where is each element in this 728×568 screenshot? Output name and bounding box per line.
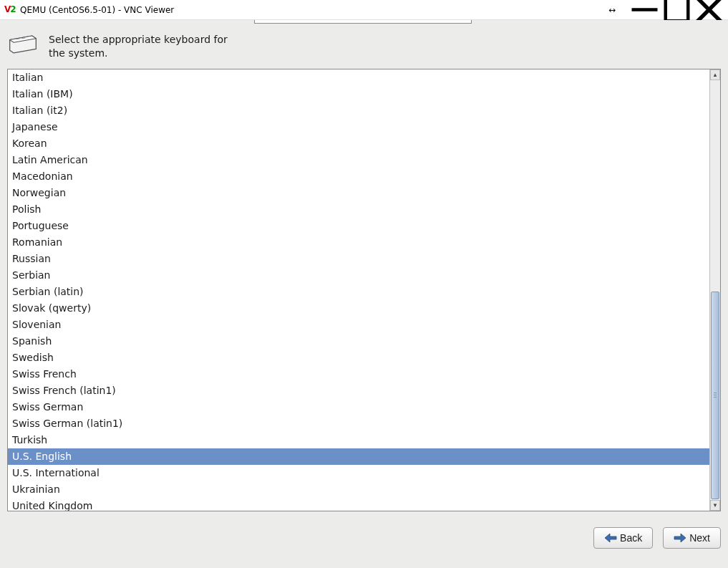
window-title: QEMU (CentOS6.5-01) - VNC Viewer — [20, 5, 174, 15]
scrollbar-thumb[interactable] — [711, 292, 719, 499]
list-item[interactable]: Serbian — [8, 267, 709, 284]
list-item[interactable]: Italian (IBM) — [8, 86, 709, 102]
keyboard-listbox[interactable]: ItalianItalian (IBM)Italian (it2)Japanes… — [7, 69, 721, 511]
list-item[interactable]: Korean — [8, 135, 709, 152]
list-item[interactable]: Portuguese — [8, 218, 709, 234]
resize-icon: ↔ — [608, 5, 616, 15]
svg-rect-1 — [666, 0, 689, 21]
list-item[interactable]: Swiss German — [8, 399, 709, 415]
list-item[interactable]: Spanish — [8, 333, 709, 350]
keyboard-prompt: Select the appropriate keyboard for the … — [49, 33, 228, 60]
next-button[interactable]: Next — [663, 527, 721, 549]
list-item[interactable]: Swedish — [8, 350, 709, 366]
arrow-right-icon — [674, 533, 686, 543]
list-item[interactable]: Ukrainian — [8, 481, 709, 498]
minimize-button[interactable] — [628, 0, 661, 20]
list-item[interactable]: Swiss German (latin1) — [8, 415, 709, 432]
list-item[interactable]: Italian — [8, 69, 709, 86]
maximize-button[interactable] — [661, 0, 693, 20]
list-item[interactable]: Japanese — [8, 119, 709, 135]
installer-content: Select the appropriate keyboard for the … — [0, 20, 728, 568]
window-titlebar: V2 QEMU (CentOS6.5-01) - VNC Viewer ↔ — [0, 0, 728, 20]
keyboard-header: Select the appropriate keyboard for the … — [0, 20, 728, 69]
next-label: Next — [689, 532, 710, 544]
back-button[interactable]: Back — [593, 527, 653, 549]
list-item[interactable]: Italian (it2) — [8, 102, 709, 119]
list-item[interactable]: Russian — [8, 251, 709, 267]
list-item[interactable]: Swiss French (latin1) — [8, 382, 709, 399]
list-item[interactable]: Slovak (qwerty) — [8, 300, 709, 317]
list-item[interactable]: Polish — [8, 201, 709, 218]
keyboard-list[interactable]: ItalianItalian (IBM)Italian (it2)Japanes… — [8, 69, 709, 511]
scroll-up-icon[interactable]: ▴ — [710, 69, 720, 80]
footer-nav: Back Next — [0, 511, 728, 557]
list-item[interactable]: Slovenian — [8, 317, 709, 333]
list-item[interactable]: U.S. English — [8, 448, 709, 465]
arrow-left-icon — [604, 533, 617, 543]
vnc-viewer-icon: V2 — [4, 4, 16, 16]
scrollbar[interactable]: ▴ ▾ — [709, 69, 720, 511]
list-item[interactable]: Latin American — [8, 152, 709, 168]
banner-remnant — [254, 20, 472, 24]
list-item[interactable]: U.S. International — [8, 465, 709, 481]
list-item[interactable]: Norwegian — [8, 185, 709, 201]
list-item[interactable]: Macedonian — [8, 168, 709, 185]
list-item[interactable]: United Kingdom — [8, 498, 709, 511]
list-item[interactable]: Turkish — [8, 432, 709, 448]
list-item[interactable]: Romanian — [8, 234, 709, 251]
keyboard-icon — [7, 33, 39, 56]
close-button[interactable] — [693, 0, 725, 20]
scroll-down-icon[interactable]: ▾ — [710, 500, 720, 511]
list-item[interactable]: Serbian (latin) — [8, 284, 709, 300]
list-item[interactable]: Swiss French — [8, 366, 709, 382]
back-label: Back — [620, 532, 642, 544]
